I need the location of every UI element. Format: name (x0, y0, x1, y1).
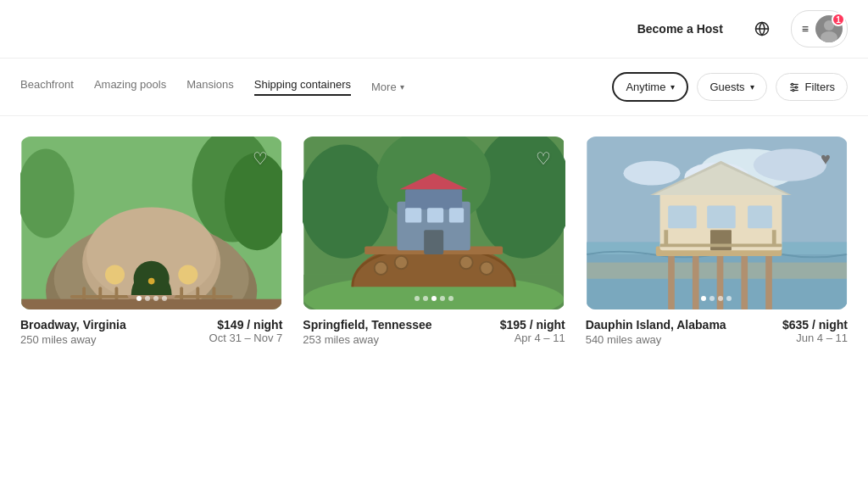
svg-rect-39 (405, 208, 421, 222)
guests-chevron-icon: ▾ (750, 82, 754, 92)
dot (718, 296, 723, 301)
dot (136, 296, 142, 301)
guests-label: Guests (709, 81, 744, 93)
listing-image-inner (586, 137, 848, 309)
svg-point-2 (821, 31, 837, 42)
svg-rect-59 (765, 250, 772, 309)
anytime-filter[interactable]: Anytime ▾ (612, 72, 688, 102)
pier-house-illustration (586, 137, 848, 309)
svg-rect-42 (424, 230, 443, 254)
sliders-icon (788, 81, 800, 93)
image-dots (701, 296, 732, 301)
listing-details: Dauphin Island, Alabama 540 miles away (586, 318, 726, 346)
svg-point-44 (395, 256, 408, 269)
anytime-label: Anytime (626, 81, 665, 93)
svg-point-20 (105, 265, 125, 284)
svg-point-21 (178, 265, 198, 284)
tugboat-house-illustration (303, 137, 565, 309)
svg-rect-65 (710, 230, 732, 250)
listing-image: ♥ (586, 137, 848, 309)
listing-price: $149 / night Oct 31 – Nov 7 (209, 318, 283, 344)
svg-point-51 (623, 161, 680, 186)
notification-badge: 1 (832, 13, 845, 26)
listings-grid: ♡ Broadway, Virginia 250 miles away $149… (20, 137, 848, 346)
svg-point-19 (148, 278, 155, 285)
dot (145, 296, 150, 301)
anytime-chevron-icon: ▾ (670, 82, 675, 92)
svg-rect-58 (741, 250, 748, 309)
favorite-button[interactable]: ♡ (531, 147, 555, 170)
hobbit-house-illustration (20, 137, 282, 309)
listing-image: ♡ (303, 137, 565, 309)
dot (153, 296, 159, 301)
category-items: Beachfront Amazing pools Mansions Shippi… (20, 78, 404, 96)
dot (423, 296, 428, 301)
svg-rect-68 (772, 230, 776, 246)
category-mansions[interactable]: Mansions (186, 78, 234, 96)
listing-card[interactable]: ♥ Dauphin Island, Alabama 540 miles away… (586, 137, 848, 346)
svg-rect-64 (748, 205, 772, 228)
svg-rect-67 (664, 230, 668, 246)
category-nav: Beachfront Amazing pools Mansions Shippi… (0, 59, 868, 116)
category-amazing-pools[interactable]: Amazing pools (94, 78, 166, 96)
dot (448, 296, 453, 301)
category-beachfront[interactable]: Beachfront (20, 78, 74, 96)
become-host-link[interactable]: Become a Host (627, 15, 733, 42)
svg-point-46 (481, 262, 493, 275)
listing-card[interactable]: ♡ Broadway, Virginia 250 miles away $149… (20, 137, 282, 346)
listing-price: $635 / night Jun 4 – 11 (782, 318, 848, 344)
heart-icon: ♡ (536, 148, 551, 169)
svg-rect-63 (707, 205, 736, 228)
category-shipping-containers[interactable]: Shipping containers (254, 78, 351, 96)
dot (440, 296, 445, 301)
listing-info: Broadway, Virginia 250 miles away $149 /… (20, 318, 282, 346)
filters-label: Filters (805, 81, 835, 93)
dot (431, 296, 437, 301)
price-amount: $195 / night (500, 318, 565, 332)
listing-distance: 253 miles away (303, 333, 431, 346)
svg-point-45 (460, 256, 473, 269)
listing-distance: 540 miles away (586, 333, 726, 346)
filters-button[interactable]: Filters (776, 73, 848, 101)
listing-info: Springfield, Tennessee 253 miles away $1… (303, 318, 565, 346)
svg-rect-62 (668, 205, 697, 228)
svg-point-43 (375, 262, 387, 275)
price-amount: $635 / night (782, 318, 848, 332)
listing-price: $195 / night Apr 4 – 11 (500, 318, 565, 344)
price-dates: Apr 4 – 11 (500, 332, 565, 344)
svg-rect-38 (405, 189, 462, 209)
listing-image: ♡ (20, 137, 282, 309)
svg-point-6 (791, 83, 793, 85)
image-dots (136, 296, 167, 301)
listing-distance: 250 miles away (20, 333, 126, 346)
price-dates: Jun 4 – 11 (782, 332, 848, 344)
user-menu[interactable]: ≡ 1 (791, 10, 848, 47)
listing-location: Dauphin Island, Alabama (586, 318, 726, 332)
main-content: ♡ Broadway, Virginia 250 miles away $149… (0, 116, 868, 380)
listing-location: Springfield, Tennessee (303, 318, 431, 332)
price-dates: Oct 31 – Nov 7 (209, 332, 283, 344)
svg-rect-66 (659, 244, 782, 248)
dot (701, 296, 706, 301)
hamburger-icon: ≡ (802, 22, 809, 36)
dot (162, 296, 167, 301)
category-more[interactable]: More ▾ (371, 81, 404, 93)
more-label: More (371, 81, 397, 93)
filter-controls: Anytime ▾ Guests ▾ Filters (612, 72, 848, 102)
globe-icon[interactable] (747, 14, 777, 44)
guests-filter[interactable]: Guests ▾ (697, 73, 766, 101)
svg-rect-56 (693, 250, 699, 309)
svg-rect-55 (668, 250, 675, 309)
header: Become a Host ≡ 1 (0, 0, 868, 59)
listing-info: Dauphin Island, Alabama 540 miles away $… (586, 318, 848, 346)
dot (726, 296, 732, 301)
price-amount: $149 / night (209, 318, 283, 332)
image-dots (415, 296, 453, 301)
svg-point-7 (795, 86, 797, 87)
listing-details: Springfield, Tennessee 253 miles away (303, 318, 431, 346)
heart-icon: ♡ (253, 148, 268, 169)
heart-icon: ♥ (821, 149, 831, 169)
favorite-button[interactable]: ♥ (814, 147, 837, 170)
listing-card[interactable]: ♡ Springfield, Tennessee 253 miles away … (303, 137, 565, 346)
favorite-button[interactable]: ♡ (248, 147, 272, 170)
